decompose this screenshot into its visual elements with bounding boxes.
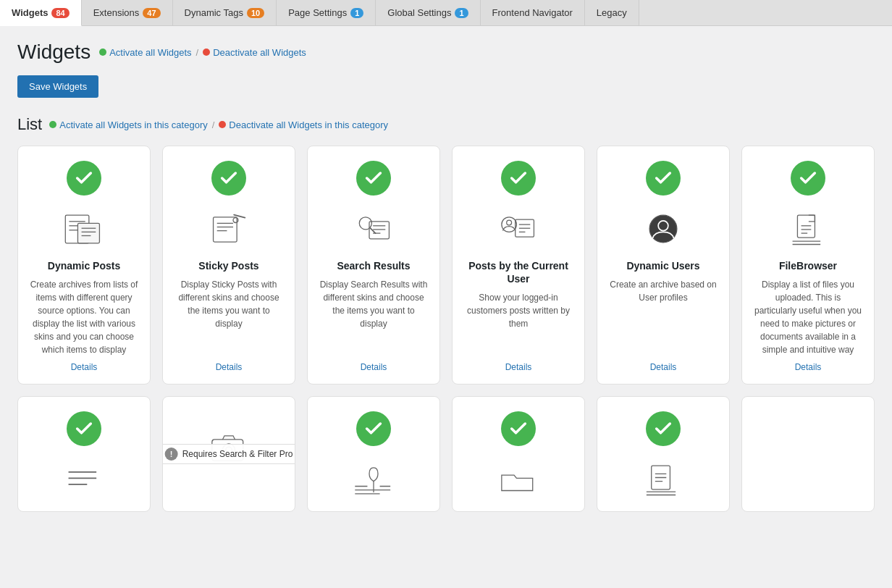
activate-category-link[interactable]: Activate all Widgets in this category — [49, 119, 207, 130]
widget-check-posts-by-current-user[interactable] — [501, 161, 536, 196]
widget-check-row2-5[interactable] — [646, 411, 681, 446]
search-results-details-link[interactable]: Details — [361, 362, 387, 372]
deactivate-category-link[interactable]: Deactivate all Widgets in this category — [219, 119, 388, 130]
folder-widget-icon — [493, 458, 544, 501]
widget-check-search-results[interactable] — [356, 161, 391, 196]
svg-line-15 — [370, 227, 376, 233]
dynamic-users-icon — [638, 207, 689, 251]
save-widgets-button[interactable]: Save Widgets — [17, 75, 98, 98]
list-section-links: Activate all Widgets in this category / … — [49, 119, 388, 130]
deactivate-dot-icon — [203, 49, 210, 56]
widget-card-row2-3 — [307, 396, 440, 512]
tab-extensions[interactable]: Extensions 47 — [82, 0, 173, 25]
svg-point-13 — [233, 217, 238, 222]
widget-check-row2-4[interactable] — [501, 411, 536, 446]
list-section-title: List — [17, 115, 42, 134]
sticky-posts-desc: Display Sticky Posts with different skin… — [174, 278, 283, 356]
posts-by-current-user-icon — [493, 207, 544, 251]
tab-page-settings[interactable]: Page Settings 1 — [277, 0, 376, 25]
widget-card-sticky-posts: Sticky Posts Display Sticky Posts with d… — [162, 146, 295, 385]
sticky-posts-details-link[interactable]: Details — [216, 362, 243, 372]
tab-frontend-navigator-label: Frontend Navigator — [492, 7, 573, 18]
dynamic-posts-icon — [59, 207, 109, 251]
tab-legacy-label: Legacy — [597, 7, 627, 18]
dynamic-users-desc: Create an archive based on User profiles — [609, 278, 718, 356]
tab-dynamic-tags-badge: 10 — [247, 8, 264, 18]
deactivate-all-label: Deactivate all Widgets — [213, 47, 306, 58]
page-title: Widgets — [17, 41, 91, 64]
search-results-name: Search Results — [337, 259, 410, 272]
requires-info-icon: ! — [165, 448, 178, 461]
search-results-desc: Display Search Results with different sk… — [319, 278, 428, 356]
widget-card-row2-2: ! Requires Search & Filter Pro — [162, 396, 295, 512]
activate-dot-icon — [99, 49, 106, 56]
deactivate-all-widgets-link[interactable]: Deactivate all Widgets — [203, 47, 306, 58]
activate-all-label: Activate all Widgets — [109, 47, 191, 58]
doc-widget-icon — [638, 458, 689, 501]
filebrowser-desc: Display a list of files you uploaded. Th… — [754, 278, 862, 356]
widget-card-row2-6 — [741, 396, 875, 512]
posts-by-current-user-details-link[interactable]: Details — [505, 362, 532, 372]
separator: / — [196, 47, 199, 58]
widget-check-sticky-posts[interactable] — [211, 161, 246, 196]
tab-global-settings[interactable]: Global Settings 1 — [376, 0, 480, 25]
widget-check-filebrowser[interactable] — [791, 161, 825, 196]
activate-category-label: Activate all Widgets in this category — [59, 119, 207, 130]
header-links: Activate all Widgets / Deactivate all Wi… — [99, 47, 306, 58]
list-widget-icon — [59, 458, 109, 501]
search-results-icon — [348, 207, 399, 251]
tab-global-settings-label: Global Settings — [387, 7, 451, 18]
tab-dynamic-tags[interactable]: Dynamic Tags 10 — [173, 0, 277, 25]
widget-card-dynamic-users: Dynamic Users Create an archive based on… — [597, 146, 730, 385]
pin-widget-icon — [348, 458, 399, 501]
svg-line-12 — [234, 210, 245, 221]
dynamic-posts-desc: Create archives from lists of items with… — [30, 278, 138, 356]
tab-extensions-label: Extensions — [93, 7, 140, 18]
widget-grid-row1: Dynamic Posts Create archives from lists… — [17, 146, 875, 385]
deactivate-category-label: Deactivate all Widgets in this category — [229, 119, 388, 130]
widget-card-filebrowser: FileBrowser Display a list of files you … — [741, 146, 875, 385]
sticky-posts-icon — [203, 207, 254, 251]
deactivate-cat-dot-icon — [219, 121, 226, 128]
dynamic-users-details-link[interactable]: Details — [650, 362, 677, 372]
tab-extensions-badge: 47 — [143, 8, 160, 18]
dynamic-users-name: Dynamic Users — [626, 259, 699, 272]
tab-legacy[interactable]: Legacy — [585, 0, 639, 25]
dynamic-posts-details-link[interactable]: Details — [71, 362, 98, 372]
svg-point-20 — [502, 217, 517, 232]
filebrowser-details-link[interactable]: Details — [795, 362, 822, 372]
widget-grid-row2: ! Requires Search & Filter Pro — [17, 396, 875, 512]
dynamic-posts-name: Dynamic Posts — [48, 259, 120, 272]
tabs-bar: Widgets 84 Extensions 47 Dynamic Tags 10… — [0, 0, 892, 26]
svg-point-27 — [658, 220, 668, 230]
sticky-posts-name: Sticky Posts — [198, 259, 258, 272]
tab-widgets[interactable]: Widgets 84 — [0, 0, 82, 26]
widget-card-posts-by-current-user: Posts by the Current User Show your logg… — [452, 146, 585, 385]
filebrowser-icon — [783, 207, 833, 251]
page-content: Widgets Activate all Widgets / Deactivat… — [0, 26, 892, 526]
svg-rect-4 — [77, 223, 99, 243]
widget-check-row2-1[interactable] — [67, 411, 101, 446]
widget-card-dynamic-posts: Dynamic Posts Create archives from lists… — [17, 146, 151, 385]
posts-by-current-user-desc: Show your logged-in customers posts writ… — [464, 291, 573, 356]
requires-label: Requires Search & Filter Pro — [182, 449, 293, 459]
tab-widgets-label: Widgets — [12, 7, 48, 18]
tab-frontend-navigator[interactable]: Frontend Navigator — [481, 0, 585, 25]
svg-point-21 — [507, 220, 512, 225]
filebrowser-name: FileBrowser — [779, 259, 837, 272]
tab-page-settings-badge: 1 — [350, 8, 363, 18]
list-section-header: List Activate all Widgets in this catego… — [17, 115, 875, 134]
page-header: Widgets Activate all Widgets / Deactivat… — [17, 41, 875, 64]
widget-check-row2-3[interactable] — [356, 411, 391, 446]
widget-card-row2-4 — [452, 396, 585, 512]
widget-check-dynamic-posts[interactable] — [67, 161, 101, 196]
tab-dynamic-tags-label: Dynamic Tags — [185, 7, 243, 18]
widget-card-row2-1 — [17, 396, 151, 512]
requires-search-filter-pro-badge: ! Requires Search & Filter Pro — [162, 444, 295, 464]
widget-check-dynamic-users[interactable] — [646, 161, 681, 196]
tab-global-settings-badge: 1 — [455, 8, 468, 18]
activate-all-widgets-link[interactable]: Activate all Widgets — [99, 47, 191, 58]
posts-by-current-user-name: Posts by the Current User — [464, 259, 573, 285]
widget-card-row2-5 — [597, 396, 730, 512]
tab-page-settings-label: Page Settings — [288, 7, 347, 18]
